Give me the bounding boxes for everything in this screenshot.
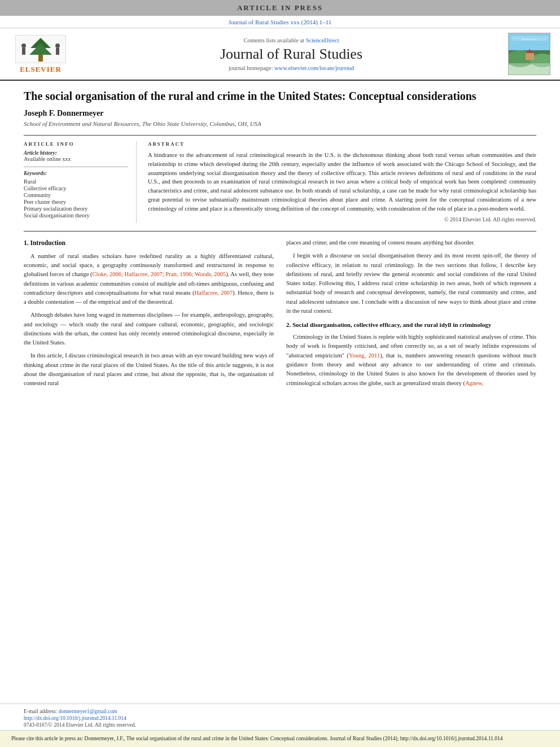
available-online: Available online xxx xyxy=(24,156,128,162)
citation-bar: Please cite this article in press as: Do… xyxy=(0,730,560,747)
article-content: The social organisation of the rural and… xyxy=(0,81,560,704)
body-col-left: 1. Introduction A number of rural studie… xyxy=(24,238,274,392)
keyword-peer-cluster: Peer cluster theory xyxy=(24,199,128,205)
keywords-label: Keywords: xyxy=(24,171,128,176)
cover-thumbnail: Rural Studies xyxy=(508,33,550,75)
elsevier-logo: ELSEVIER xyxy=(7,34,80,74)
homepage-label: journal homepage: xyxy=(229,65,274,71)
article-info: ARTICLE INFO Article history: Available … xyxy=(24,141,137,223)
svg-rect-11 xyxy=(509,33,550,50)
history-label: Article history: xyxy=(24,150,128,156)
footer-email-line: E-mail address: donnermeyer1@gmail.com xyxy=(24,709,536,714)
keyword-primary-socialization: Primary socialization theory xyxy=(24,206,128,212)
elsevier-name: ELSEVIER xyxy=(20,65,62,74)
body-para-2: Although debates have long waged in nume… xyxy=(24,311,274,347)
keyword-community: Community xyxy=(24,192,128,198)
journal-line: Journal of Rural Studies xxx (2014) 1–11 xyxy=(0,16,560,28)
journal-line-text: Journal of Rural Studies xxx (2014) 1–11 xyxy=(229,19,331,25)
homepage-url[interactable]: www.elsevier.com/locate/jrurstud xyxy=(274,65,354,71)
keyword-collective-efficacy: Collective efficacy xyxy=(24,185,128,191)
article-info-title: ARTICLE INFO xyxy=(24,141,128,147)
author-name: Joseph F. Donnermeyer xyxy=(24,109,536,118)
copyright: © 2014 Elsevier Ltd. All rights reserved… xyxy=(148,216,536,222)
keyword-rural: Rural xyxy=(24,178,128,185)
sciencedirect-link[interactable]: ScienceDirect xyxy=(306,37,339,43)
footer-rights: 0743-0167/© 2014 Elsevier Ltd. All right… xyxy=(24,722,536,728)
rural-studies-cover: Rural Studies xyxy=(508,33,553,75)
svg-point-4 xyxy=(21,43,26,48)
body-para-1: A number of rural studies scholars have … xyxy=(24,252,274,307)
svg-text:Rural Studies: Rural Studies xyxy=(522,38,537,41)
elsevier-tree-graphic xyxy=(15,35,66,63)
ref-cloke[interactable]: Cloke, 2006; Halfacree, 2007; Pratt, 199… xyxy=(93,271,226,277)
info-abstract-section: ARTICLE INFO Article history: Available … xyxy=(24,135,536,223)
history-subsection: Article history: Available online xxx xyxy=(24,150,128,162)
page: ARTICLE IN PRESS Journal of Rural Studie… xyxy=(0,0,560,747)
journal-header: ELSEVIER Contents lists available at Sci… xyxy=(0,28,560,81)
section2-heading: 2. Social disorganisation, collective ef… xyxy=(286,320,536,330)
ref-young[interactable]: Young, 2011 xyxy=(349,352,380,359)
ref-halfacree[interactable]: Halfacree, 2007 xyxy=(195,290,233,296)
svg-point-6 xyxy=(55,43,60,48)
section1-heading: 1. Introduction xyxy=(24,238,274,248)
keyword-social-disorganisation: Social disorganisation theory xyxy=(24,212,128,219)
svg-rect-14 xyxy=(526,53,534,60)
body-para-4: places and crime; and the core meaning o… xyxy=(286,238,536,247)
abstract-text: A hindrance to the advancement of rural … xyxy=(148,151,536,213)
citation-bar-text: Please cite this article in press as: Do… xyxy=(11,736,503,741)
article-title: The social organisation of the rural and… xyxy=(24,89,536,103)
svg-rect-5 xyxy=(22,48,25,55)
article-in-press-banner: ARTICLE IN PRESS xyxy=(0,0,560,16)
journal-title-main: Journal of Rural Studies xyxy=(80,46,502,63)
body-col-right: places and crime; and the core meaning o… xyxy=(286,238,536,392)
svg-rect-10 xyxy=(509,64,550,75)
ref-agnew[interactable]: Agnew, xyxy=(465,380,483,386)
svg-rect-1 xyxy=(38,54,43,62)
affiliation: School of Environment and Natural Resour… xyxy=(24,120,536,127)
journal-title-block: Contents lists available at ScienceDirec… xyxy=(80,37,502,71)
svg-rect-7 xyxy=(56,48,59,55)
keywords-list: Rural Collective efficacy Community Peer… xyxy=(24,178,128,219)
abstract-section: ABSTRACT A hindrance to the advancement … xyxy=(148,141,536,223)
body-columns: 1. Introduction A number of rural studie… xyxy=(24,238,536,392)
body-para-3: In this article, I discuss criminologica… xyxy=(24,351,274,388)
email-label: E-mail address: xyxy=(24,709,59,714)
keywords-subsection: Keywords: Rural Collective efficacy Comm… xyxy=(24,171,128,219)
banner-text: ARTICLE IN PRESS xyxy=(237,3,323,12)
article-footer: E-mail address: donnermeyer1@gmail.com h… xyxy=(0,704,560,730)
body-para-5: I begin with a discourse on social disor… xyxy=(286,251,536,316)
contents-available: Contents lists available at ScienceDirec… xyxy=(80,37,502,43)
footer-email[interactable]: donnermeyer1@gmail.com xyxy=(59,709,117,714)
journal-homepage: journal homepage: www.elsevier.com/locat… xyxy=(80,65,502,71)
footer-doi[interactable]: http://dx.doi.org/10.1016/j.jrurstud.201… xyxy=(24,715,536,721)
contents-label: Contents lists available at xyxy=(243,37,305,43)
elsevier-image: ELSEVIER xyxy=(7,34,75,74)
abstract-title: ABSTRACT xyxy=(148,141,536,147)
body-para-6: Criminology in the United States is repl… xyxy=(286,333,536,388)
section-divider xyxy=(24,231,536,231)
